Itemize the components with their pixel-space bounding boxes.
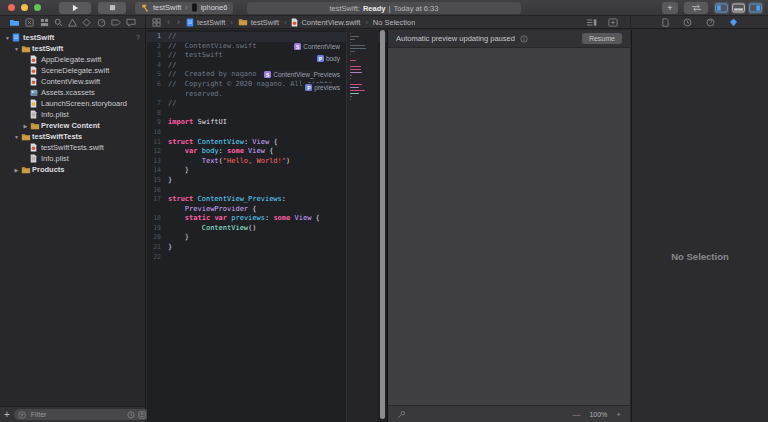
zoom-out-button[interactable]: — bbox=[572, 410, 580, 419]
code-text: } bbox=[168, 166, 189, 176]
minimize-window-button[interactable] bbox=[21, 4, 28, 11]
source-control-status-icon[interactable] bbox=[138, 411, 146, 419]
source-editor[interactable]: 1//2// ContentView.swift3// testSwift4//… bbox=[147, 30, 387, 422]
filter-field[interactable] bbox=[14, 409, 150, 420]
jump-bar-item[interactable]: No Selection bbox=[373, 18, 416, 27]
disclosure-triangle-icon[interactable]: ▼ bbox=[12, 46, 21, 52]
tree-item-testswift[interactable]: ▼testSwift? bbox=[0, 32, 145, 43]
line-number: 3 bbox=[147, 51, 168, 61]
preview-canvas-pane: Automatic preview updating paused Resume… bbox=[387, 30, 630, 422]
tree-item-contentview-swift[interactable]: ContentView.swift bbox=[0, 76, 145, 87]
minimap-symbol-label[interactable]: SContentView_Previews bbox=[261, 70, 343, 79]
issue-navigator-icon[interactable] bbox=[68, 18, 77, 27]
line-number: 21 bbox=[147, 243, 168, 253]
folder-icon bbox=[21, 133, 32, 141]
navigator-toggle[interactable] bbox=[714, 2, 729, 14]
add-editor-icon[interactable] bbox=[608, 18, 618, 27]
tree-item-appdelegate-swift[interactable]: AppDelegate.swift bbox=[0, 54, 145, 65]
forward-button[interactable]: › bbox=[176, 18, 181, 27]
line-number: 17 bbox=[147, 195, 168, 205]
editor-options-icon[interactable] bbox=[586, 18, 597, 27]
swift-file-icon bbox=[30, 66, 41, 75]
tree-item-info-plist[interactable]: Info.plist bbox=[0, 153, 145, 164]
zoom-in-button[interactable]: + bbox=[616, 410, 621, 419]
navigator-filter-bar: + bbox=[0, 406, 145, 422]
disclosure-triangle-icon[interactable]: ▼ bbox=[12, 134, 21, 140]
minimap[interactable] bbox=[346, 30, 378, 422]
quick-help-inspector-icon[interactable]: ? bbox=[706, 18, 715, 27]
debug-area-toggle[interactable] bbox=[731, 2, 746, 14]
history-inspector-icon[interactable] bbox=[683, 18, 692, 27]
tree-item-products[interactable]: ▶Products bbox=[0, 164, 145, 175]
scheme-selector[interactable]: testSwift › iphone6 bbox=[135, 2, 233, 14]
jump-bar-item[interactable]: ContentView.swift bbox=[291, 18, 360, 27]
tree-item-assets-xcassets[interactable]: Assets.xcassets bbox=[0, 87, 145, 98]
code-text: struct ContentView_Previews: bbox=[168, 195, 286, 205]
file-inspector-icon[interactable] bbox=[662, 18, 669, 27]
navigator-tab-strip bbox=[0, 16, 146, 28]
back-button[interactable]: ‹ bbox=[166, 18, 171, 27]
project-navigator-icon[interactable] bbox=[9, 18, 20, 27]
line-number bbox=[147, 90, 168, 100]
line-number: 6 bbox=[147, 80, 168, 90]
line-number: 10 bbox=[147, 128, 168, 138]
tree-item-launchscreen-storyboard[interactable]: LaunchScreen.storyboard bbox=[0, 98, 145, 109]
filter-input[interactable] bbox=[29, 410, 124, 419]
tree-item-preview-content[interactable]: ▶Preview Content bbox=[0, 120, 145, 131]
tree-item-testswifttests[interactable]: ▼testSwiftTests bbox=[0, 131, 145, 142]
source-control-navigator-icon[interactable] bbox=[25, 18, 34, 27]
disclosure-triangle-icon[interactable]: ▶ bbox=[21, 123, 30, 129]
source-control-badge: ? bbox=[136, 34, 140, 41]
symbol-navigator-icon[interactable] bbox=[40, 18, 49, 27]
report-navigator-icon[interactable] bbox=[126, 18, 136, 27]
minimap-symbol-label[interactable]: Pbody bbox=[314, 54, 343, 63]
tree-item-label: ContentView.swift bbox=[41, 77, 100, 86]
tree-item-testswifttests-swift[interactable]: testSwiftTests.swift bbox=[0, 142, 145, 153]
symbol-property-icon: P bbox=[305, 84, 312, 91]
add-file-button[interactable]: + bbox=[4, 410, 10, 420]
folder-icon bbox=[21, 166, 32, 174]
code-text: } bbox=[168, 233, 189, 243]
play-icon bbox=[72, 4, 79, 12]
find-navigator-icon[interactable] bbox=[54, 18, 63, 27]
assets-icon bbox=[30, 89, 41, 97]
close-window-button[interactable] bbox=[8, 4, 15, 11]
inspector-toggle[interactable] bbox=[748, 2, 763, 14]
tree-item-testswift[interactable]: ▼testSwift bbox=[0, 43, 145, 54]
attributes-inspector-icon[interactable] bbox=[729, 18, 738, 27]
inspector-empty-text: No Selection bbox=[632, 251, 768, 262]
code-text: static var previews: some View { bbox=[168, 214, 320, 224]
minimap-symbol-label[interactable]: SContentView bbox=[291, 42, 343, 51]
editor-canvas-splitter[interactable] bbox=[380, 30, 385, 419]
recent-files-icon[interactable] bbox=[127, 411, 135, 419]
device-icon bbox=[192, 3, 197, 12]
code-text: // bbox=[168, 99, 176, 109]
disclosure-triangle-icon[interactable]: ▼ bbox=[3, 35, 12, 41]
library-add-button[interactable]: + bbox=[662, 2, 678, 14]
debug-navigator-icon[interactable] bbox=[97, 18, 106, 27]
run-button[interactable] bbox=[59, 2, 91, 14]
panel-left-icon bbox=[715, 3, 728, 13]
preview-paused-banner: Automatic preview updating paused Resume bbox=[388, 30, 630, 48]
activity-status: testSwift: Ready | Today at 6:33 bbox=[247, 2, 521, 14]
zoom-level[interactable]: 100% bbox=[589, 411, 607, 418]
resume-button[interactable]: Resume bbox=[582, 33, 622, 44]
pin-icon[interactable] bbox=[397, 410, 406, 419]
minimap-symbol-label[interactable]: Ppreviews bbox=[302, 83, 343, 92]
related-items-icon[interactable] bbox=[152, 18, 161, 27]
editor-arrows-icon[interactable] bbox=[684, 2, 708, 14]
test-navigator-icon[interactable] bbox=[82, 18, 91, 27]
breakpoint-navigator-icon[interactable] bbox=[111, 18, 121, 27]
tree-item-info-plist[interactable]: Info.plist bbox=[0, 109, 145, 120]
stop-button[interactable] bbox=[98, 2, 126, 14]
jump-bar-item[interactable]: testSwift bbox=[238, 18, 279, 27]
disclosure-triangle-icon[interactable]: ▶ bbox=[12, 167, 21, 173]
jump-bar-item[interactable]: testSwift bbox=[186, 18, 225, 27]
tree-item-label: testSwiftTests.swift bbox=[41, 143, 104, 152]
zoom-window-button[interactable] bbox=[34, 4, 41, 11]
info-icon[interactable] bbox=[520, 35, 528, 43]
tree-item-scenedelegate-swift[interactable]: SceneDelegate.swift bbox=[0, 65, 145, 76]
project-navigator-pane: ▼testSwift?▼testSwiftAppDelegate.swiftSc… bbox=[0, 30, 146, 422]
code-text: // testSwift bbox=[168, 51, 223, 61]
tree-item-label: testSwift bbox=[32, 44, 63, 53]
